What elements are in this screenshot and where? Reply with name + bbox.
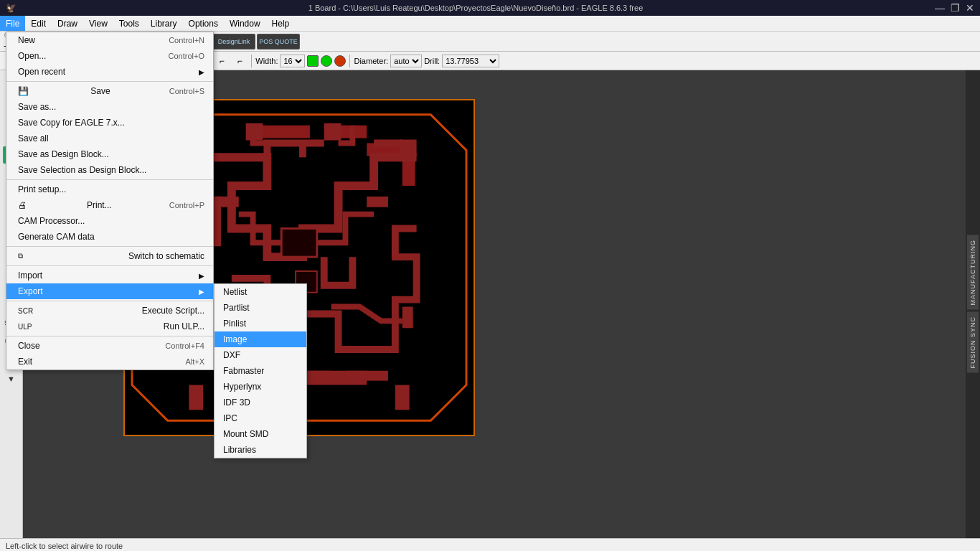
fm-run-ulp-icon: ULP bbox=[18, 323, 32, 331]
pos-quote-button[interactable]: POS QUOTE bbox=[257, 34, 300, 50]
titlebar: 🦅 1 Board - C:\Users\Luis Reategu\Deskto… bbox=[0, 0, 980, 16]
maximize-button[interactable]: ❐ bbox=[951, 2, 960, 14]
menu-tools[interactable]: Tools bbox=[113, 16, 145, 31]
esm-partlist-label: Partlist bbox=[223, 303, 250, 313]
fm-print-label: Print... bbox=[87, 200, 112, 210]
width-select[interactable]: 16 bbox=[280, 55, 305, 67]
fm-save-icon: 💾 bbox=[18, 86, 29, 96]
fm-print-setup[interactable]: Print setup... bbox=[6, 182, 213, 197]
esm-libraries[interactable]: Libraries bbox=[215, 442, 306, 458]
fm-print-shortcut: Control+P bbox=[169, 201, 204, 209]
fm-execute-script-label: Execute Script... bbox=[142, 306, 204, 316]
fm-switch-schematic-icon: ⧉ bbox=[18, 252, 23, 260]
svg-rect-17 bbox=[189, 385, 203, 410]
fm-save-copy-eagle[interactable]: Save Copy for EAGLE 7.x... bbox=[6, 115, 213, 131]
route-tool-2[interactable]: ⌐ bbox=[232, 53, 248, 69]
fm-exit[interactable]: Exit Alt+X bbox=[6, 354, 213, 369]
minimize-button[interactable]: — bbox=[935, 2, 945, 14]
drill-select[interactable]: 13.77953 bbox=[442, 55, 499, 67]
color-red[interactable] bbox=[334, 55, 346, 67]
fm-generate-cam[interactable]: Generate CAM data bbox=[6, 229, 213, 245]
fm-save-selection-design-block-label: Save Selection as Design Block... bbox=[18, 165, 146, 175]
esm-image[interactable]: Image bbox=[215, 331, 306, 347]
fm-export[interactable]: Export ▶ bbox=[6, 283, 213, 299]
fm-import[interactable]: Import ▶ bbox=[6, 268, 213, 283]
tool-scroll-dn[interactable]: ▼ bbox=[3, 370, 20, 387]
menu-edit[interactable]: Edit bbox=[25, 16, 52, 31]
fm-open-shortcut: Control+O bbox=[169, 52, 204, 60]
esm-idf3d-label: IDF 3D bbox=[223, 397, 250, 408]
menu-help[interactable]: Help bbox=[266, 16, 296, 31]
fm-close-shortcut: Control+F4 bbox=[165, 342, 204, 350]
file-menu: New Control+N Open... Control+O Open rec… bbox=[6, 32, 214, 370]
fm-open-recent[interactable]: Open recent ▶ bbox=[6, 64, 213, 80]
fm-close[interactable]: Close Control+F4 bbox=[6, 338, 213, 354]
esm-pinlist[interactable]: Pinlist bbox=[215, 316, 306, 331]
menu-library[interactable]: Library bbox=[145, 16, 183, 31]
fm-save-shortcut: Control+S bbox=[169, 87, 204, 95]
fm-new-label: New bbox=[18, 35, 35, 45]
fm-run-ulp[interactable]: ULP Run ULP... bbox=[6, 319, 213, 334]
statusbar-text: Left-click to select airwire to route bbox=[6, 542, 123, 550]
esm-netlist[interactable]: Netlist bbox=[215, 284, 306, 300]
width-label: Width: bbox=[255, 57, 278, 65]
fm-save-selection-design-block[interactable]: Save Selection as Design Block... bbox=[6, 162, 213, 178]
fm-save-all[interactable]: Save all bbox=[6, 131, 213, 146]
fm-sep-1 bbox=[6, 81, 213, 82]
fm-import-arrow: ▶ bbox=[199, 272, 204, 280]
color-circle[interactable] bbox=[321, 55, 332, 67]
fm-save[interactable]: 💾 Save Control+S bbox=[6, 83, 213, 99]
fm-cam-processor[interactable]: CAM Processor... bbox=[6, 213, 213, 229]
fm-new[interactable]: New Control+N bbox=[6, 32, 213, 48]
fm-save-as[interactable]: Save as... bbox=[6, 99, 213, 115]
esm-netlist-label: Netlist bbox=[223, 287, 247, 297]
fm-save-all-label: Save all bbox=[18, 133, 49, 143]
esm-fabmaster[interactable]: Fabmaster bbox=[215, 363, 306, 379]
menu-draw[interactable]: Draw bbox=[52, 16, 83, 31]
esm-dxf[interactable]: DXF bbox=[215, 347, 306, 363]
right-sidebar: MANUFACTURING FUSION SYNC bbox=[966, 70, 980, 538]
toolbar2-sep-4 bbox=[349, 55, 350, 67]
esm-mount-smd[interactable]: Mount SMD bbox=[215, 426, 306, 442]
fm-print-setup-label: Print setup... bbox=[18, 184, 66, 194]
menu-file[interactable]: File bbox=[0, 16, 25, 31]
menu-window[interactable]: Window bbox=[224, 16, 266, 31]
esm-hyperlynx[interactable]: Hyperlynx bbox=[215, 379, 306, 395]
fm-execute-script[interactable]: SCR Execute Script... bbox=[6, 303, 213, 319]
fm-open[interactable]: Open... Control+O bbox=[6, 48, 213, 64]
fm-exit-shortcut: Alt+X bbox=[185, 357, 204, 366]
svg-rect-12 bbox=[402, 307, 413, 329]
fm-switch-schematic[interactable]: ⧉ Switch to schematic bbox=[6, 248, 213, 264]
manufacturing-tab[interactable]: MANUFACTURING bbox=[967, 235, 979, 310]
fm-export-label: Export bbox=[18, 286, 43, 296]
fm-save-copy-eagle-label: Save Copy for EAGLE 7.x... bbox=[18, 118, 125, 128]
fm-execute-script-icon: SCR bbox=[18, 307, 33, 315]
close-button[interactable]: ✕ bbox=[966, 2, 974, 14]
menu-view[interactable]: View bbox=[83, 16, 113, 31]
route-tool[interactable]: ⌐ bbox=[214, 53, 230, 69]
fm-print-icon: 🖨 bbox=[18, 200, 27, 210]
menubar: File Edit Draw View Tools Library Option… bbox=[0, 16, 980, 32]
drill-group: Drill: 13.77953 bbox=[424, 55, 499, 67]
diameter-select[interactable]: auto bbox=[390, 55, 422, 67]
esm-ipc[interactable]: IPC bbox=[215, 410, 306, 426]
design-link-button[interactable]: DesignLink bbox=[212, 34, 255, 50]
fusion-sync-tab[interactable]: FUSION SYNC bbox=[967, 312, 979, 373]
fm-sep-3 bbox=[6, 246, 213, 247]
fm-print[interactable]: 🖨 Print... Control+P bbox=[6, 197, 213, 213]
fm-exit-label: Exit bbox=[18, 357, 32, 367]
fm-save-design-block[interactable]: Save as Design Block... bbox=[6, 146, 213, 162]
esm-dxf-label: DXF bbox=[223, 350, 240, 360]
fm-switch-schematic-label: Switch to schematic bbox=[128, 251, 204, 261]
fm-open-recent-arrow: ▶ bbox=[199, 68, 204, 76]
esm-partlist[interactable]: Partlist bbox=[215, 300, 306, 316]
esm-pinlist-label: Pinlist bbox=[223, 319, 246, 329]
svg-rect-15 bbox=[281, 228, 317, 257]
esm-idf3d[interactable]: IDF 3D bbox=[215, 395, 306, 410]
esm-hyperlynx-label: Hyperlynx bbox=[223, 382, 261, 392]
menu-options[interactable]: Options bbox=[183, 16, 224, 31]
color-green[interactable] bbox=[307, 55, 319, 67]
width-group: Width: 16 bbox=[255, 55, 305, 67]
drill-label: Drill: bbox=[424, 57, 440, 65]
titlebar-icon: 🦅 bbox=[6, 3, 17, 13]
